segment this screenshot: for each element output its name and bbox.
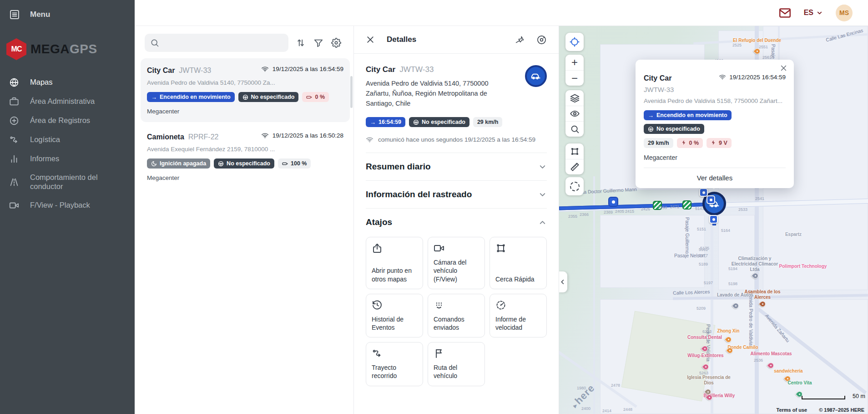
visibility-button[interactable]	[565, 106, 584, 121]
map-house-number: 2400	[581, 406, 590, 411]
map-house-number: 2551	[759, 45, 768, 49]
collapse-panel-handle[interactable]	[559, 271, 567, 292]
sidebar-item-comportamiento-del-conductor[interactable]: Comportamiento del conductor	[0, 169, 135, 196]
vehicle-group: Megacenter	[147, 108, 343, 115]
steering-wheel-icon	[242, 94, 248, 100]
map-control-tools	[565, 143, 584, 174]
list-scrollbar[interactable]	[350, 76, 353, 108]
chevron-down-icon	[538, 163, 547, 171]
geofence-button[interactable]	[565, 143, 584, 159]
battery-icon	[282, 161, 288, 167]
map-house-number: 2561	[762, 55, 772, 60]
close-icon[interactable]	[780, 64, 787, 72]
mail-icon[interactable]	[779, 7, 791, 19]
avatar[interactable]: MS	[836, 5, 853, 21]
status-badge-battery: 0 %	[302, 92, 329, 102]
vehicle-card-camioneta[interactable]: CamionetaRPRF-22 19/12/2025 a las 16:50:…	[141, 125, 350, 189]
driver-behavior-icon	[9, 177, 19, 187]
layers-button[interactable]	[565, 90, 584, 106]
shortcut-historial-eventos[interactable]: Historial de Eventos	[366, 294, 423, 337]
share-icon	[372, 243, 417, 254]
radius-button[interactable]	[565, 177, 584, 195]
ruler-icon	[570, 162, 580, 172]
map-poi-label: Asamblea de los Alerces	[737, 289, 787, 300]
map-poi-label: Alimento Mascotas	[746, 351, 796, 357]
arrow-right-icon: →	[370, 119, 376, 126]
section-resumen-diario[interactable]: Resumen diario	[366, 153, 547, 180]
language-selector[interactable]: ES	[804, 9, 823, 17]
sidebar: Menu MC MEGAGPS Mapas Área Administrativ…	[0, 0, 135, 414]
status-badge-battery: 0 %	[677, 138, 703, 148]
menu-toggle[interactable]: Menu	[0, 0, 135, 27]
shortcut-informe-velocidad[interactable]: Informe de velocidad	[490, 294, 547, 337]
route-icon	[9, 135, 19, 145]
map-house-number: 5198	[728, 281, 737, 286]
shortcut-cerca-rapida[interactable]: Cerca Rápida	[490, 237, 547, 289]
status-badge-driver: No especificado	[238, 92, 299, 102]
status-badge-ignition: Ignición apagada	[147, 158, 210, 169]
popup-plate: JWTW-33	[644, 86, 786, 93]
map-house-number: 2533	[738, 207, 747, 212]
map-poi-label: Espartz	[768, 232, 818, 237]
gear-icon[interactable]	[331, 38, 341, 48]
map-house-number: 2478	[611, 383, 620, 388]
sort-icon[interactable]	[296, 38, 306, 48]
map-poi-label: Iglesia Presencia de Dios	[684, 375, 734, 386]
focus-icon[interactable]	[536, 35, 547, 45]
filter-icon[interactable]	[313, 38, 323, 48]
shortcut-trayecto-recorrido[interactable]: Trayecto recorrido	[366, 342, 423, 386]
route-point-marker[interactable]	[709, 215, 718, 224]
map-house-number: 2426	[641, 207, 650, 211]
brand-logo: MC MEGAGPS	[0, 27, 135, 73]
vehicle-plate: RPRF-22	[188, 133, 219, 141]
sidebar-item-mapas[interactable]: Mapas	[0, 73, 135, 92]
sidebar-item-logistica[interactable]: Logística	[0, 130, 135, 149]
vehicle-card-city-car[interactable]: City CarJWTW-33 19/12/2025 a las 16:54:5…	[141, 58, 350, 122]
sidebar-item-label: Logística	[30, 135, 60, 144]
section-label: Información del rastreado	[366, 189, 472, 199]
plus-icon: +	[571, 57, 578, 68]
sidebar-item-label: F/View - Playback	[30, 201, 90, 210]
map-house-number: 5151	[697, 227, 706, 231]
shortcut-label: Abrir punto en otros mapas	[372, 266, 417, 283]
terms-of-use-link[interactable]: Terms of use	[777, 407, 807, 413]
topbar: ES MS	[135, 0, 868, 26]
bolt-icon	[711, 140, 716, 147]
route-point-marker[interactable]	[699, 188, 708, 197]
comm-status: comunicó hace unos segundos 19/12/2025 a…	[378, 136, 535, 143]
shortcut-comandos-enviados[interactable]: Comandos enviados	[428, 294, 485, 337]
sidebar-item-area-administrativa[interactable]: Área Administrativa	[0, 92, 135, 111]
arrow-right-icon: →	[648, 112, 654, 119]
locate-button[interactable]	[565, 33, 584, 51]
map-poi-label: El Refugio del Duende	[732, 38, 782, 43]
video-camera-icon	[9, 200, 19, 210]
search-box[interactable]	[145, 34, 288, 52]
measure-button[interactable]	[565, 159, 584, 174]
sidebar-item-label: Informes	[30, 154, 59, 164]
map-house-number: 5189	[699, 262, 708, 266]
zoom-in-button[interactable]: +	[565, 55, 584, 70]
map-house-number: 5164	[721, 228, 730, 233]
section-atajos[interactable]: Atajos	[366, 208, 547, 236]
pin-icon[interactable]	[514, 34, 526, 46]
sidebar-item-informes[interactable]: Informes	[0, 149, 135, 169]
section-informacion-del-rastreado[interactable]: Información del rastreado	[366, 180, 547, 208]
vehicle-timestamp: 19/12/2025 a las 16:50:28	[273, 132, 343, 139]
zoom-out-button[interactable]: −	[565, 70, 584, 86]
close-icon[interactable]	[366, 35, 375, 44]
map-street-label: Pasaje Guillermo	[685, 217, 690, 254]
shortcut-abrir-punto[interactable]: Abrir punto en otros mapas	[366, 237, 423, 289]
sidebar-item-area-de-registros[interactable]: Área de Registros	[0, 111, 135, 130]
shortcut-camara-vehiculo[interactable]: Cámara del vehículo (F/View)	[428, 237, 485, 289]
map-attribution: Terms of use © 1987–2025 HERE	[777, 407, 865, 413]
map[interactable]: Avenida Doctor Guillermo MannPasaje Nels…	[559, 26, 868, 414]
map-search-button[interactable]	[565, 121, 584, 137]
route-point-marker[interactable]	[707, 195, 715, 204]
shortcut-ruta-vehiculo[interactable]: Ruta del vehículo	[428, 342, 485, 386]
map-poi-pin	[758, 300, 767, 308]
sidebar-item-fview-playback[interactable]: F/View - Playback	[0, 196, 135, 215]
map-control-locate	[565, 33, 584, 51]
copyright-label: © 1987–2025 HERE	[819, 407, 864, 413]
search-input[interactable]	[163, 39, 283, 46]
view-details-link[interactable]: Ver detalles	[644, 168, 786, 188]
